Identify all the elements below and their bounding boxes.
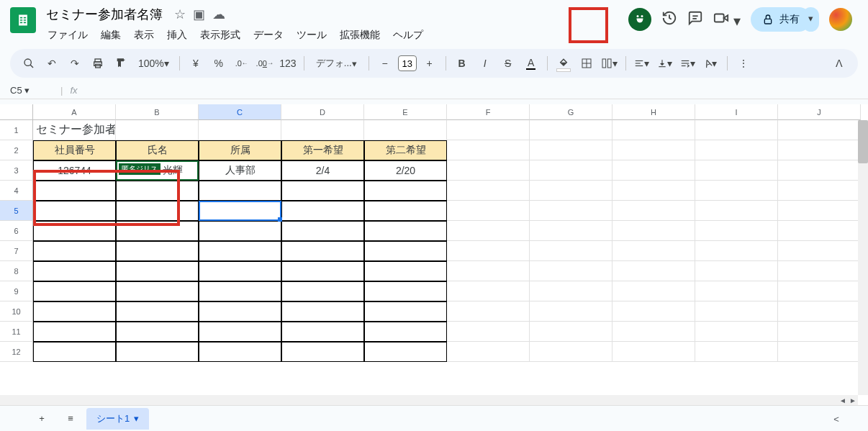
meet-icon[interactable]: ▾ [713, 10, 741, 30]
cell[interactable] [199, 241, 281, 261]
font-size-input[interactable] [398, 55, 417, 71]
cell[interactable] [281, 342, 364, 362]
add-sheet-button[interactable]: + [29, 408, 55, 430]
cell[interactable] [612, 120, 695, 140]
cell[interactable] [612, 160, 695, 181]
cell[interactable] [778, 281, 861, 301]
cell[interactable]: 吉村 光輝 [116, 160, 199, 181]
cell[interactable] [199, 281, 281, 301]
cell[interactable]: 社員番号 [33, 140, 116, 160]
cell[interactable] [695, 281, 778, 301]
menu-ファイル[interactable]: ファイル [42, 26, 94, 45]
cell[interactable] [33, 261, 116, 281]
cell[interactable] [447, 342, 530, 362]
col-header[interactable]: G [530, 104, 612, 120]
cell[interactable] [695, 160, 778, 181]
cell[interactable] [33, 342, 116, 362]
name-box[interactable]: C5 ▾ [10, 85, 53, 96]
italic-button[interactable]: I [475, 53, 495, 73]
cell[interactable] [778, 201, 861, 221]
col-header[interactable]: A [33, 104, 116, 120]
cell[interactable] [364, 261, 447, 281]
row-header[interactable]: 3 [0, 160, 33, 181]
row-header[interactable]: 8 [0, 261, 33, 281]
font-select[interactable]: デフォ... ▾ [310, 53, 363, 73]
cell[interactable] [612, 261, 695, 281]
cell[interactable] [447, 301, 530, 322]
cell[interactable] [116, 241, 199, 261]
cell[interactable] [530, 140, 612, 160]
cell[interactable] [199, 181, 281, 201]
cell[interactable] [116, 281, 199, 301]
cell[interactable] [199, 261, 281, 281]
move-icon[interactable]: ▣ [193, 6, 205, 22]
row-header[interactable]: 4 [0, 181, 33, 201]
cell[interactable] [364, 301, 447, 322]
cell[interactable] [778, 241, 861, 261]
cell[interactable] [778, 342, 861, 362]
cell[interactable] [447, 140, 530, 160]
cell[interactable] [447, 181, 530, 201]
collapse-toolbar-icon[interactable]: ᐱ [829, 53, 849, 73]
cell[interactable] [612, 281, 695, 301]
cell[interactable] [116, 201, 199, 221]
col-header[interactable]: J [778, 104, 861, 120]
row-header[interactable]: 2 [0, 140, 33, 160]
decrease-font-size[interactable]: − [375, 53, 395, 73]
menu-表示[interactable]: 表示 [128, 26, 160, 45]
sheets-logo[interactable] [10, 7, 36, 33]
col-header[interactable]: I [695, 104, 778, 120]
cell[interactable] [530, 181, 612, 201]
menu-表示形式[interactable]: 表示形式 [194, 26, 246, 45]
cell[interactable] [116, 181, 199, 201]
cell[interactable] [364, 120, 447, 140]
cell[interactable] [281, 120, 364, 140]
currency-format[interactable]: ¥ [186, 53, 206, 73]
cell[interactable] [364, 201, 447, 221]
cell[interactable] [281, 322, 364, 342]
share-dropdown[interactable]: ▾ [803, 7, 819, 32]
cell[interactable] [364, 241, 447, 261]
doc-title[interactable]: セミナー参加者名簿 [42, 4, 167, 24]
row-header[interactable]: 12 [0, 342, 33, 362]
menu-ヘルプ[interactable]: ヘルプ [387, 26, 429, 45]
cell[interactable] [281, 181, 364, 201]
cell[interactable] [778, 140, 861, 160]
cell[interactable] [281, 201, 364, 221]
cell[interactable] [199, 221, 281, 241]
cell[interactable] [612, 241, 695, 261]
row-header[interactable]: 5 [0, 201, 33, 221]
horizontal-align-button[interactable]: ▾ [632, 53, 652, 73]
percent-format[interactable]: % [209, 53, 229, 73]
fill-color-button[interactable] [553, 53, 574, 73]
cell[interactable] [695, 140, 778, 160]
cell[interactable] [447, 221, 530, 241]
text-wrap-button[interactable]: ▾ [678, 53, 698, 73]
cell[interactable]: 人事部 [199, 160, 281, 181]
cell[interactable] [364, 342, 447, 362]
more-formats[interactable]: 123 [278, 53, 298, 73]
cell[interactable]: 第二希望 [364, 140, 447, 160]
text-rotation-button[interactable]: A ▾ [701, 53, 721, 73]
cell[interactable] [33, 221, 116, 241]
col-header[interactable]: E [364, 104, 447, 120]
cell[interactable] [695, 201, 778, 221]
decrease-decimal[interactable]: .0← [232, 53, 252, 73]
cell[interactable] [199, 120, 281, 140]
row-header[interactable]: 9 [0, 281, 33, 301]
cloud-status-icon[interactable]: ☁ [212, 6, 225, 22]
cell[interactable] [530, 301, 612, 322]
menu-拡張機能[interactable]: 拡張機能 [334, 26, 386, 45]
cell[interactable] [33, 281, 116, 301]
cell[interactable] [530, 120, 612, 140]
cell[interactable] [695, 120, 778, 140]
cell[interactable] [281, 221, 364, 241]
cell[interactable] [695, 221, 778, 241]
row-header[interactable]: 7 [0, 241, 33, 261]
cell[interactable] [612, 201, 695, 221]
cell[interactable] [447, 322, 530, 342]
menu-データ[interactable]: データ [248, 26, 289, 45]
cell[interactable]: 2/4 [281, 160, 364, 181]
cell[interactable] [695, 181, 778, 201]
row-header[interactable]: 10 [0, 301, 33, 322]
